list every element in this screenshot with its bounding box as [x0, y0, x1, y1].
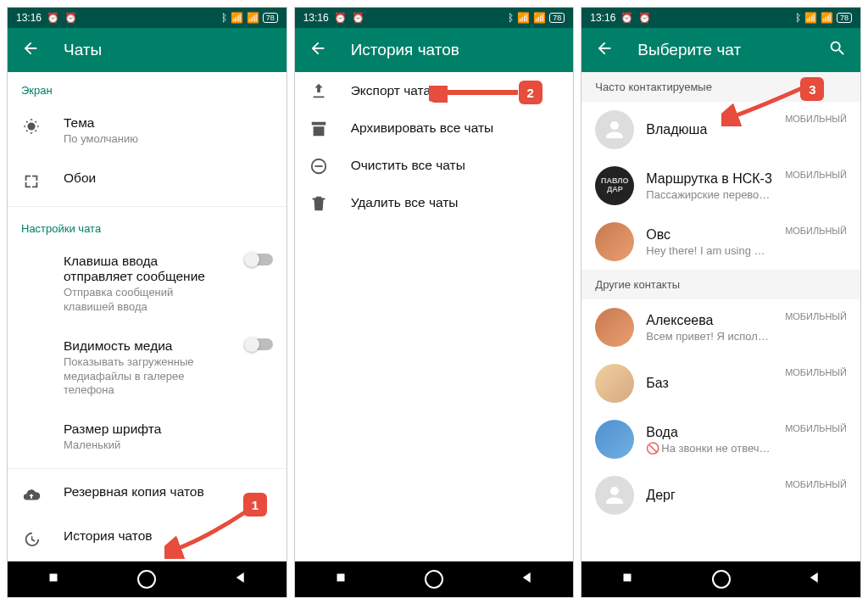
- content: Экспорт чата Архивировать все чаты Очист…: [295, 72, 574, 561]
- media-switch[interactable]: [244, 338, 273, 350]
- nav-recents[interactable]: [333, 570, 348, 589]
- back-icon[interactable]: [595, 39, 614, 61]
- media-label: Видимость медиа: [64, 338, 222, 354]
- wallpaper-label: Обои: [64, 170, 273, 186]
- nav-recents[interactable]: [620, 570, 635, 589]
- contact-row[interactable]: ОвсHey there! I am using WhatsApp. МОБИЛ…: [581, 214, 860, 270]
- row-theme[interactable]: ТемаПо умолчанию: [8, 103, 287, 159]
- enterkey-sub: Отправка сообщений клавишей ввода: [64, 286, 222, 315]
- contact-type: МОБИЛЬНЫЙ: [785, 423, 847, 433]
- avatar: [595, 420, 634, 459]
- arrow-1: [164, 508, 249, 559]
- nav-back[interactable]: [807, 570, 822, 589]
- section-display: Экран: [8, 72, 287, 103]
- delete-label: Удалить все чаты: [351, 195, 560, 210]
- alarm-icon: ⏰: [638, 12, 651, 24]
- contact-row[interactable]: Баз МОБИЛЬНЫЙ: [581, 355, 860, 411]
- divider: [8, 468, 287, 469]
- row-fontsize[interactable]: Размер шрифтаМаленький: [8, 410, 287, 465]
- search-icon[interactable]: [828, 39, 847, 61]
- nav-back[interactable]: [520, 570, 535, 589]
- content: Экран ТемаПо умолчанию Обои Настройки ча…: [8, 72, 287, 561]
- bluetooth-icon: ᛒ: [508, 12, 514, 24]
- contact-type: МОБИЛЬНЫЙ: [785, 367, 847, 377]
- contact-row[interactable]: Вода🚫На звонки не отвечаем! Не присы... …: [581, 411, 860, 467]
- row-media[interactable]: Видимость медиаПоказывать загруженные ме…: [8, 327, 287, 410]
- battery-icon: 78: [263, 13, 278, 23]
- nav-back[interactable]: [233, 570, 248, 589]
- navbar: [295, 561, 574, 597]
- contact-sub: 🚫На звонки не отвечаем! Не присы...: [646, 442, 773, 455]
- alarm-icon: ⏰: [47, 12, 59, 24]
- section-other: Другие контакты: [581, 270, 860, 299]
- contact-sub: Пассажирские перевозки Павлодар...: [646, 188, 773, 201]
- enterkey-label: Клавиша ввода отправляет сообщение: [64, 254, 222, 284]
- appbar: Чаты: [8, 28, 287, 72]
- contact-type: МОБИЛЬНЫЙ: [785, 479, 847, 489]
- divider: [8, 206, 287, 207]
- callout-3: 3: [800, 77, 824, 101]
- row-clear[interactable]: Очистить все чаты: [295, 147, 574, 184]
- contact-name: Баз: [646, 376, 773, 391]
- media-sub: Показывать загруженные медиафайлы в гале…: [64, 355, 222, 399]
- theme-label: Тема: [64, 115, 273, 131]
- enterkey-switch[interactable]: [244, 254, 273, 265]
- avatar: [595, 222, 634, 261]
- contact-type: МОБИЛЬНЫЙ: [785, 170, 847, 180]
- time: 13:16: [303, 12, 329, 24]
- contact-row[interactable]: Дерг МОБИЛЬНЫЙ: [581, 467, 860, 523]
- appbar: История чатов: [295, 28, 574, 72]
- nav-home[interactable]: [712, 570, 731, 589]
- contact-sub: Hey there! I am using WhatsApp.: [646, 244, 773, 257]
- nav-recents[interactable]: [46, 570, 61, 589]
- svg-rect-2: [314, 165, 322, 167]
- avatar: [595, 308, 634, 347]
- contact-sub: Всем привет! Я использую WhatsAp...: [646, 330, 773, 343]
- nav-home[interactable]: [425, 570, 443, 589]
- contact-name: Овс: [646, 227, 773, 243]
- nav-home[interactable]: [137, 570, 156, 589]
- phone-3: 13:16⏰⏰ ᛒ📶📶78 Выберите чат Часто контакт…: [581, 7, 861, 598]
- phone-2: 13:16⏰⏰ ᛒ📶📶78 История чатов Экспорт чата…: [294, 7, 575, 598]
- battery-icon: 78: [549, 13, 565, 23]
- brightness-icon: [21, 117, 42, 136]
- history-icon: [21, 530, 42, 549]
- contact-type: МОБИЛЬНЫЙ: [785, 226, 847, 236]
- contact-type: МОБИЛЬНЫЙ: [785, 311, 847, 321]
- contact-row[interactable]: ПАВЛОДАР Маршрутка в НСК-3Пассажирские п…: [581, 158, 860, 214]
- alarm-icon: ⏰: [334, 12, 347, 24]
- archive-icon: [309, 120, 329, 138]
- row-enterkey[interactable]: Клавиша ввода отправляет сообщениеОтправ…: [8, 242, 287, 327]
- callout-2: 2: [519, 81, 542, 104]
- contact-name: Алексеева: [646, 313, 773, 328]
- avatar: ПАВЛОДАР: [595, 166, 634, 205]
- signal-icon: 📶: [231, 12, 243, 24]
- svg-rect-3: [337, 574, 344, 582]
- alarm-icon: ⏰: [352, 12, 364, 24]
- time: 13:16: [16, 12, 42, 24]
- time: 13:16: [590, 12, 615, 24]
- cloud-upload-icon: [21, 486, 42, 505]
- statusbar: 13:16⏰⏰ ᛒ📶📶78: [295, 8, 574, 28]
- row-delete[interactable]: Удалить все чаты: [295, 184, 574, 221]
- alarm-icon: ⏰: [64, 12, 77, 24]
- contact-name: Вода: [646, 425, 773, 440]
- statusbar: 13:16⏰⏰ ᛒ📶📶78: [8, 8, 287, 28]
- bluetooth-icon: ᛒ: [795, 12, 801, 24]
- page-title: История чатов: [351, 41, 459, 59]
- signal-icon: 📶: [247, 12, 259, 24]
- back-icon[interactable]: [309, 39, 327, 61]
- phone-1: 13:16⏰⏰ ᛒ📶📶78 Чаты Экран ТемаПо умолчани…: [7, 7, 287, 598]
- arrow-3: [721, 84, 806, 126]
- back-icon[interactable]: [21, 39, 40, 61]
- avatar: [595, 364, 634, 403]
- navbar: [8, 561, 287, 597]
- alarm-icon: ⏰: [620, 12, 633, 24]
- row-archive[interactable]: Архивировать все чаты: [295, 109, 574, 147]
- arrow-2: [429, 86, 522, 103]
- avatar: [595, 110, 634, 149]
- contact-row[interactable]: АлексееваВсем привет! Я использую WhatsA…: [581, 299, 860, 355]
- page-title: Выберите чат: [637, 41, 741, 59]
- navbar: [581, 561, 860, 597]
- row-wallpaper[interactable]: Обои: [8, 159, 287, 203]
